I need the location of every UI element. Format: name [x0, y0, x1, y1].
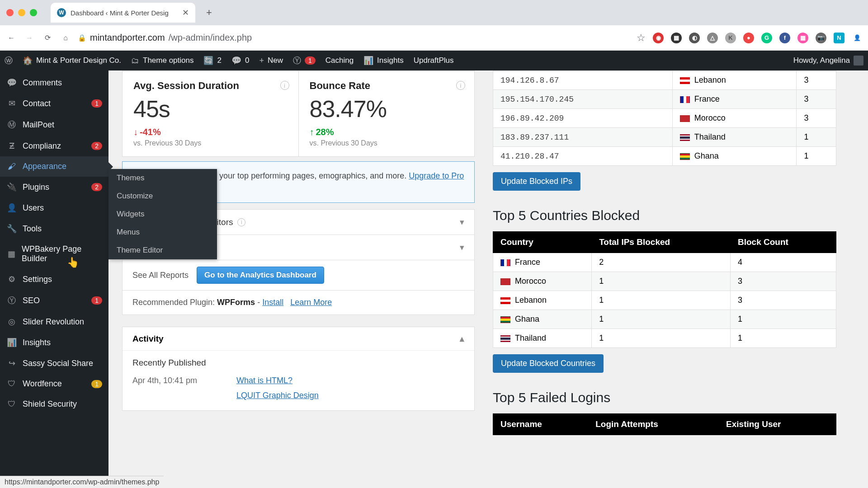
sidebar-item-insights[interactable]: 📊Insights: [0, 332, 108, 353]
updates-count: 2: [217, 56, 221, 65]
sidebar-item-plugins[interactable]: 🔌Plugins2: [0, 177, 108, 197]
extension-icon[interactable]: K: [725, 33, 736, 43]
left-column: Avg. Session Duration i 45s ↓-41% vs. Pr…: [122, 70, 475, 479]
info-icon[interactable]: i: [280, 81, 289, 90]
sidebar-item-wordfence[interactable]: 🛡Wordfence1: [0, 374, 108, 394]
close-tab-icon[interactable]: ✕: [182, 8, 189, 18]
sidebar-item-comments[interactable]: 💬Comments: [0, 72, 108, 93]
main-content: Avg. Session Duration i 45s ↓-41% vs. Pr…: [108, 70, 868, 488]
submenu-item-customize[interactable]: Customize: [108, 187, 217, 205]
ip-country: France: [672, 90, 797, 109]
sidebar-item-appearance[interactable]: 🖌Appearance: [0, 156, 108, 177]
site-name-link[interactable]: 🏠Mint & Porter Design Co.: [23, 56, 121, 66]
menu-label: Insights: [23, 338, 51, 347]
see-all-reports-link[interactable]: See All Reports: [132, 271, 189, 280]
submenu-item-widgets[interactable]: Widgets: [108, 205, 217, 223]
extension-icon[interactable]: 📷: [816, 33, 826, 43]
arrow-down-icon: ↓: [133, 127, 138, 137]
country-row: France24: [493, 253, 836, 272]
wp-admin-bar: ⓦ 🏠Mint & Porter Design Co. 🗂Theme optio…: [0, 51, 868, 70]
sidebar-item-shield-security[interactable]: 🛡Shield Security: [0, 394, 108, 414]
activity-link[interactable]: What is HTML?: [236, 376, 292, 385]
analytics-dashboard-button[interactable]: Go to the Analytics Dashboard: [197, 267, 324, 284]
tab-title: Dashboard ‹ Mint & Porter Desig: [71, 9, 178, 17]
count-cell: 3: [730, 272, 836, 291]
sidebar-item-wpbakery-page-builder[interactable]: ▦WPBakery Page Builder: [0, 239, 108, 269]
ip-row: 196.89.42.209Morocco3: [493, 109, 836, 128]
arrow-up-icon: ↑: [310, 127, 314, 137]
back-button[interactable]: ←: [5, 32, 17, 44]
insights-link[interactable]: 📊Insights: [363, 56, 404, 66]
activity-header[interactable]: Activity ▴: [123, 327, 474, 351]
sidebar-item-sassy-social-share[interactable]: ↪Sassy Social Share: [0, 353, 108, 374]
updates-link[interactable]: 🔄2: [203, 56, 221, 66]
activity-row: Apr 4th, 10:41 pmWhat is HTML?: [132, 373, 464, 388]
learn-more-link[interactable]: Learn More: [290, 298, 332, 307]
menu-badge: 2: [91, 142, 102, 150]
sidebar-item-settings[interactable]: ⚙Settings: [0, 269, 108, 290]
extension-icon[interactable]: ●: [743, 33, 754, 43]
sidebar-item-contact[interactable]: ✉Contact1: [0, 93, 108, 114]
address-bar[interactable]: 🔒 mintandporter.com/wp-admin/index.php: [78, 33, 252, 43]
caching-link[interactable]: Caching: [326, 56, 354, 65]
maximize-window[interactable]: [30, 9, 37, 16]
session-vs: vs. Previous 30 Days: [133, 139, 288, 147]
new-tab-button[interactable]: +: [206, 7, 212, 19]
lock-icon: 🔒: [78, 34, 86, 42]
card-title: Avg. Session Duration: [133, 80, 288, 92]
sidebar-item-slider-revolution[interactable]: ◎Slider Revolution: [0, 311, 108, 332]
sidebar-item-users[interactable]: 👤Users: [0, 197, 108, 218]
sidebar-item-complianz[interactable]: ƵComplianz2: [0, 136, 108, 156]
ip-count: 3: [797, 90, 836, 109]
menu-icon: ✉: [6, 99, 17, 108]
close-window[interactable]: [6, 9, 14, 16]
extension-icon[interactable]: ▦: [671, 33, 682, 43]
update-blocked-countries-button[interactable]: Update Blocked Countries: [493, 354, 604, 373]
activity-title: Activity: [132, 334, 164, 344]
submenu-item-theme-editor[interactable]: Theme Editor: [108, 241, 217, 259]
facebook-icon[interactable]: f: [779, 33, 790, 43]
reload-button[interactable]: ⟳: [42, 32, 53, 44]
yoast-link[interactable]: Ⓨ1: [293, 55, 316, 66]
menu-label: Contact: [23, 99, 51, 108]
account-link[interactable]: Howdy, Angelina: [793, 56, 863, 66]
forward-button[interactable]: →: [24, 32, 35, 44]
updraft-link[interactable]: UpdraftPlus: [414, 56, 454, 65]
comments-link[interactable]: 💬0: [231, 56, 249, 66]
info-icon[interactable]: i: [456, 81, 465, 90]
new-content-link[interactable]: +New: [259, 56, 283, 66]
browser-tab[interactable]: W Dashboard ‹ Mint & Porter Desig ✕: [51, 3, 195, 23]
profile-icon[interactable]: 👤: [852, 33, 863, 43]
home-button[interactable]: ⌂: [60, 32, 71, 44]
sidebar-item-seo[interactable]: ⓎSEO1: [0, 290, 108, 311]
session-change: ↓-41%: [133, 127, 288, 137]
minimize-window[interactable]: [18, 9, 25, 16]
flag-icon: [680, 96, 690, 103]
menu-label: Complianz: [23, 141, 61, 151]
caching-label: Caching: [326, 56, 354, 65]
wp-logo[interactable]: ⓦ: [5, 55, 13, 66]
extension-icon[interactable]: G: [761, 33, 772, 43]
chevron-down-icon: ▾: [460, 217, 464, 227]
sidebar-item-mailpoet[interactable]: ⓂMailPoet: [0, 114, 108, 136]
install-link[interactable]: Install: [262, 298, 283, 307]
extension-icon[interactable]: ◉: [653, 33, 664, 43]
submenu-item-menus[interactable]: Menus: [108, 223, 217, 241]
bookmark-star-icon[interactable]: ☆: [637, 32, 646, 44]
extension-icon[interactable]: ◐: [689, 33, 700, 43]
menu-icon: 🖌: [6, 162, 17, 171]
extension-icon[interactable]: N: [834, 33, 844, 43]
sidebar-item-tools[interactable]: 🔧Tools: [0, 218, 108, 239]
theme-options-link[interactable]: 🗂Theme options: [131, 56, 193, 66]
update-blocked-ips-button[interactable]: Update Blocked IPs: [493, 172, 580, 191]
submenu-item-themes[interactable]: Themes: [108, 169, 217, 187]
info-icon[interactable]: i: [237, 218, 245, 226]
extension-icon[interactable]: △: [707, 33, 718, 43]
session-value: 45s: [133, 95, 288, 122]
extension-icon[interactable]: ▦: [797, 33, 808, 43]
ip-address: 196.89.42.209: [493, 109, 673, 128]
yoast-badge: 1: [305, 56, 316, 65]
ips-cell: 2: [592, 253, 731, 272]
menu-icon: Ƶ: [6, 141, 17, 151]
activity-link[interactable]: LQUIT Graphic Design: [236, 391, 319, 400]
